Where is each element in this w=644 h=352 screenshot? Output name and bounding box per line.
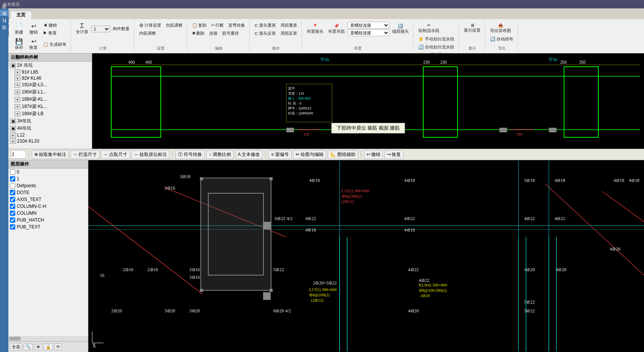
- new-button[interactable]: 📄 新建: [12, 22, 26, 36]
- local-recalc-button[interactable]: 局部重算: [279, 22, 299, 29]
- comp-count-button[interactable]: 构件数量: [111, 25, 131, 32]
- vtab-wall[interactable]: 墙: [0, 31, 9, 37]
- list-item[interactable]: COLUMN: [8, 210, 88, 217]
- tab-home[interactable]: 主页: [10, 11, 32, 19]
- layer-icon-btn1[interactable]: 🔍: [24, 344, 33, 350]
- layer-pub-text-check[interactable]: [10, 224, 15, 230]
- connect-type1-select[interactable]: 直螺纹连接焊接搭接: [348, 22, 389, 29]
- list-item[interactable]: PUB_HATCH: [8, 217, 88, 223]
- connect-button[interactable]: 连接: [207, 30, 219, 37]
- cad-canvas[interactable]: 3⊘18 3⊘16 6⊘22 4/2 4⊘18 4⊘22 4⊘18 L15(2)…: [88, 160, 644, 352]
- pick-center-button[interactable]: ⊕拾取集中标注: [32, 150, 69, 159]
- list-item[interactable]: ▪ 91# L85: [8, 69, 92, 75]
- draw-flow-button[interactable]: ✏ 绘制流水段: [417, 22, 441, 35]
- vtab-slab[interactable]: 板: [0, 17, 9, 23]
- layer-icon-btn4[interactable]: ⟳: [54, 344, 62, 350]
- span-number-input[interactable]: [11, 150, 26, 159]
- recover-button[interactable]: ↩ 恢复: [27, 37, 40, 51]
- select-all-label: 全选: [12, 344, 20, 349]
- item-label: 187#梁-KL...: [22, 103, 47, 110]
- layer-pub-hatch-check[interactable]: [10, 217, 15, 223]
- layer-dote-check[interactable]: [10, 190, 15, 195]
- list-item[interactable]: Defpoints: [8, 182, 88, 189]
- layer-0-check[interactable]: [10, 169, 15, 175]
- straight-conv-button[interactable]: 直弯转换: [226, 22, 247, 29]
- layer-hscroll[interactable]: [8, 336, 88, 341]
- list-item[interactable]: COLUMN-C-H: [8, 203, 88, 210]
- filter-size-button[interactable]: ↔拦选尺寸: [70, 150, 99, 159]
- layer-defpoints-check[interactable]: [10, 183, 15, 188]
- draw-edit-button[interactable]: ✏ 绘图与编辑: [293, 150, 326, 159]
- delete-button[interactable]: ✖删除: [190, 30, 207, 37]
- save-button[interactable]: 💾 保存: [12, 37, 26, 51]
- connect-type2-select[interactable]: 直螺纹连接焊接搭接: [348, 29, 389, 36]
- list-item[interactable]: ▪ 189#梁-LB: [8, 110, 92, 117]
- list-item[interactable]: ▪ 92# KL46: [8, 75, 92, 81]
- vtab-column[interactable]: 柱: [0, 24, 9, 30]
- layer-icon-btn2[interactable]: 👁: [34, 344, 42, 350]
- gen-mat-button[interactable]: 📋 生成材单: [41, 41, 68, 48]
- layer-column-ch-check[interactable]: [10, 204, 15, 209]
- auto-distribute-button[interactable]: 🔄 自动排布: [488, 35, 515, 43]
- copy-button[interactable]: 📋复制: [190, 22, 208, 29]
- calc-select[interactable]: 123: [91, 26, 110, 32]
- list-item[interactable]: ▪ L12: [8, 132, 92, 138]
- pick-origin-button[interactable]: ↔拾取原位标注: [131, 150, 170, 159]
- symbol-conv-button[interactable]: ① 符号转换: [175, 150, 205, 159]
- list-item[interactable]: ▪ 187#梁-KL...: [8, 103, 92, 110]
- drawing-assist-button[interactable]: 📐 图纸辅助: [328, 150, 358, 159]
- select-all-button[interactable]: 全选: [10, 343, 22, 350]
- vtab-beam[interactable]: 梁: [0, 10, 9, 16]
- item-label: 2# 吊坑: [17, 62, 33, 69]
- place-hanger-button[interactable]: 📌 布置吊筋: [326, 23, 347, 35]
- manual-flow-button[interactable]: ✋ 手动划分流水段: [417, 35, 456, 43]
- tip-rev-button[interactable]: ⊏ 接头反算: [253, 30, 278, 37]
- svg-rect-48: [263, 292, 271, 300]
- svg-text:4⊘22: 4⊘22: [554, 216, 565, 221]
- local-rev-button[interactable]: 局部反算: [279, 30, 299, 37]
- pick-size-button[interactable]: ↔点取尺寸: [101, 150, 130, 159]
- inner-rebar-button[interactable]: 内筋调整: [137, 30, 158, 37]
- layer-1-check[interactable]: [10, 176, 15, 182]
- cut-button[interactable]: ✂打断: [209, 22, 226, 29]
- redo-strip-button[interactable]: ↪恢复: [384, 150, 404, 159]
- list-item[interactable]: ▪ 188#梁-KL...: [8, 96, 92, 103]
- undo-sub[interactable]: ◀ 撤销: [41, 22, 59, 29]
- layer-column-check[interactable]: [10, 211, 15, 216]
- comp-count-label: 构件数量: [113, 26, 130, 32]
- list-item[interactable]: ▪ 191#梁-L3...: [8, 81, 92, 88]
- svg-text:2⊘20: 2⊘20: [420, 293, 430, 298]
- list-item[interactable]: AXIS_TEXT: [8, 196, 88, 203]
- rebar-flip-button[interactable]: 筋号重排: [220, 30, 241, 37]
- undo-strip-button[interactable]: ↩撤销: [364, 150, 383, 159]
- list-item[interactable]: 1: [8, 175, 88, 182]
- layer-icon-btn3[interactable]: 🔒: [44, 344, 53, 350]
- list-item[interactable]: ▪ 190#梁-L1...: [8, 88, 92, 96]
- tip-recalc-button[interactable]: ⊏ 接头重算: [253, 22, 278, 29]
- full-calc-button[interactable]: Σ 全计算: [74, 22, 90, 36]
- list-item[interactable]: ▣ 3#吊坑: [8, 117, 92, 125]
- redo-sub[interactable]: ▶ 恢复: [41, 29, 59, 37]
- list-item[interactable]: PUB_TEXT: [8, 223, 88, 230]
- export-drawing-button[interactable]: 📤 导出排布图: [488, 22, 513, 35]
- list-item[interactable]: 0: [8, 169, 88, 175]
- list-item[interactable]: ▣ 2# 吊坑: [8, 62, 92, 69]
- tree-body[interactable]: ▣ 2# 吊坑 ▪ 91# L85 ▪ 92# KL46 ▪ 191#梁-L3.…: [8, 62, 92, 144]
- layer-hscroll-thumb[interactable]: [9, 337, 21, 341]
- auto-flow-button[interactable]: 🔄 自动划分流水段: [417, 43, 456, 51]
- place-tip-icon: 📍: [312, 24, 318, 29]
- place-tip-button[interactable]: 📍 布置接头: [305, 23, 325, 35]
- display-settings-button[interactable]: 🖥 显示设置: [462, 22, 482, 34]
- list-item[interactable]: DOTE: [8, 189, 88, 196]
- beam-number-button[interactable]: ≡ 梁编号: [268, 150, 291, 159]
- list-item[interactable]: ▣ 4#吊坑: [8, 125, 92, 132]
- text-edit-button[interactable]: A 文本修改: [235, 150, 263, 159]
- calc-settings-button[interactable]: ⚙计算设置: [137, 22, 163, 29]
- end-tip-button[interactable]: 🔚 端部接头: [390, 23, 411, 35]
- layer-axis-text-check[interactable]: [10, 197, 15, 202]
- adjust-scale-button[interactable]: ↕ 调整比例: [206, 150, 233, 159]
- list-item[interactable]: ▪ 210# KL33: [8, 138, 92, 144]
- undo-button[interactable]: ↩ 撤销: [27, 22, 40, 36]
- rebar-adj-button[interactable]: 负筋调整: [164, 22, 184, 29]
- svg-rect-42: [200, 177, 203, 180]
